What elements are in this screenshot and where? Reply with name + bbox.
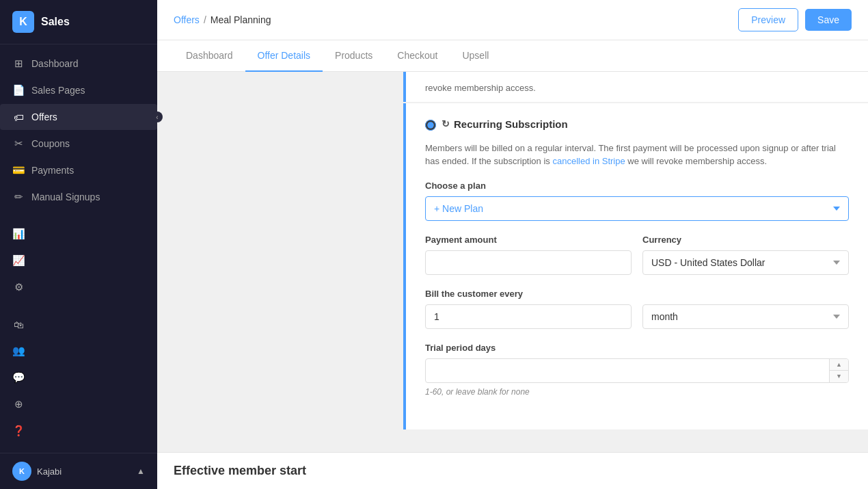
- sidebar-item-label-offers: Offers: [31, 111, 57, 122]
- payment-amount-label: Payment amount: [425, 235, 632, 245]
- sidebar-item-label-payments: Payments: [31, 165, 74, 176]
- trial-period-field: Trial period days ▲ ▼ 1-60, or leave bla…: [425, 343, 849, 397]
- sidebar-user-name: Kajabi: [37, 466, 62, 477]
- sidebar-user[interactable]: K Kajabi: [12, 462, 62, 481]
- sidebar-logo: K Sales: [0, 0, 157, 44]
- currency-field: Currency USD - United States Dollar: [642, 235, 849, 275]
- bill-period-select[interactable]: month day week year: [642, 304, 849, 329]
- recurring-subscription-card: ↻ Recurring Subscription Members will be…: [403, 103, 868, 429]
- sidebar-item-chat[interactable]: 💬: [0, 365, 157, 391]
- sidebar-item-offers[interactable]: 🏷 Offers ‹: [0, 104, 157, 130]
- settings-icon: ⚙: [12, 281, 25, 293]
- trial-input-wrapper: ▲ ▼: [425, 358, 849, 383]
- trial-increment-button[interactable]: ▲: [830, 359, 848, 371]
- recurring-radio[interactable]: [425, 120, 436, 131]
- tab-bar: Dashboard Offer Details Products Checkou…: [157, 40, 868, 72]
- offers-icon: 🏷: [12, 111, 25, 123]
- help-icon: ❓: [12, 425, 25, 437]
- app-logo-icon: K: [12, 11, 34, 33]
- cancelled-in-stripe-link[interactable]: cancelled in Stripe: [552, 156, 625, 166]
- main-content: Offers / Meal Planning Preview Save Dash…: [157, 0, 868, 489]
- bill-customer-field: Bill the customer every month day week y…: [425, 289, 849, 329]
- sidebar-item-payments[interactable]: 💳 Payments: [0, 157, 157, 183]
- effective-member-title: Effective member start: [174, 464, 306, 477]
- manual-signups-icon: ✏: [12, 191, 25, 203]
- choose-plan-field: Choose a plan + New Plan: [425, 181, 849, 221]
- sidebar-item-sales-pages[interactable]: 📄 Sales Pages: [0, 77, 157, 103]
- sidebar-item-coupons[interactable]: ✂ Coupons: [0, 131, 157, 157]
- sidebar-item-store[interactable]: 🛍: [0, 311, 157, 337]
- app-name: Sales: [41, 16, 70, 28]
- content-right-panel: revoke membership access. ↻ Recurring Su…: [403, 72, 868, 452]
- tab-dashboard[interactable]: Dashboard: [174, 40, 245, 72]
- sidebar-item-help[interactable]: ❓: [0, 418, 157, 444]
- sidebar-item-label-coupons: Coupons: [31, 138, 70, 149]
- preview-button[interactable]: Preview: [738, 8, 798, 31]
- tab-upsell[interactable]: Upsell: [450, 40, 501, 72]
- breadcrumb-parent-link[interactable]: Offers: [174, 14, 200, 25]
- sidebar-item-label-sales-pages: Sales Pages: [31, 85, 85, 96]
- currency-select[interactable]: USD - United States Dollar: [642, 250, 849, 275]
- sidebar-item-community[interactable]: 👥: [0, 338, 157, 364]
- recurring-description: Members will be billed on a regular inte…: [425, 139, 849, 168]
- dashboard-icon: ⊞: [12, 57, 25, 70]
- content-left-panel: [157, 72, 403, 452]
- sidebar-item-settings[interactable]: ⚙: [0, 274, 157, 300]
- recurring-label: ↻ Recurring Subscription: [442, 118, 568, 130]
- trial-spinners: ▲ ▼: [829, 359, 848, 382]
- growth-icon: 📈: [12, 254, 25, 267]
- effective-member-bar: Effective member start: [157, 452, 868, 489]
- collapse-button[interactable]: ‹: [152, 111, 163, 122]
- save-button[interactable]: Save: [805, 9, 852, 31]
- sidebar-item-apps[interactable]: ⊕: [0, 391, 157, 417]
- sidebar: K Sales ⊞ Dashboard 📄 Sales Pages 🏷 Offe…: [0, 0, 157, 489]
- recurring-radio-section: ↻ Recurring Subscription: [425, 118, 849, 131]
- sidebar-item-analytics[interactable]: 📊: [0, 221, 157, 247]
- choose-plan-label: Choose a plan: [425, 181, 849, 191]
- sales-pages-icon: 📄: [12, 84, 25, 96]
- sidebar-item-label-dashboard: Dashboard: [31, 58, 79, 69]
- top-bar-actions: Preview Save: [738, 8, 852, 31]
- choose-plan-select[interactable]: + New Plan: [425, 196, 849, 221]
- analytics-icon: 📊: [12, 228, 25, 240]
- store-icon: 🛍: [12, 318, 25, 330]
- community-icon: 👥: [12, 345, 25, 357]
- sidebar-bottom: K Kajabi ▲: [0, 453, 157, 489]
- apps-icon: ⊕: [12, 398, 25, 410]
- sidebar-item-growth[interactable]: 📈: [0, 248, 157, 274]
- payment-currency-row: Payment amount Currency USD - United Sta…: [425, 235, 849, 289]
- currency-label: Currency: [642, 235, 849, 245]
- tab-checkout[interactable]: Checkout: [385, 40, 450, 72]
- payment-amount-input[interactable]: [425, 250, 632, 275]
- breadcrumb-current: Meal Planning: [211, 14, 271, 25]
- recurring-icon: ↻: [442, 118, 450, 129]
- trial-period-label: Trial period days: [425, 343, 849, 353]
- trial-period-input[interactable]: [425, 358, 849, 383]
- avatar: K: [12, 462, 31, 481]
- sidebar-item-label-manual-signups: Manual Signups: [31, 191, 100, 202]
- top-bar: Offers / Meal Planning Preview Save: [157, 0, 868, 40]
- sidebar-chevron-icon: ▲: [137, 466, 145, 476]
- breadcrumb: Offers / Meal Planning: [174, 14, 271, 25]
- bill-customer-inputs: month day week year: [425, 304, 849, 329]
- top-note-card: revoke membership access.: [403, 72, 868, 102]
- trial-period-hint: 1-60, or leave blank for none: [425, 387, 849, 397]
- chat-icon: 💬: [12, 371, 25, 384]
- sidebar-item-manual-signups[interactable]: ✏ Manual Signups: [0, 184, 157, 210]
- bill-customer-label: Bill the customer every: [425, 289, 849, 299]
- tab-offer-details[interactable]: Offer Details: [245, 40, 323, 72]
- sidebar-nav: ⊞ Dashboard 📄 Sales Pages 🏷 Offers ‹ ✂ C…: [0, 44, 157, 453]
- coupons-icon: ✂: [12, 137, 25, 150]
- bill-interval-input[interactable]: [425, 304, 632, 329]
- trial-decrement-button[interactable]: ▼: [830, 371, 848, 382]
- breadcrumb-separator: /: [204, 14, 206, 25]
- payments-icon: 💳: [12, 164, 25, 176]
- tab-products[interactable]: Products: [323, 40, 385, 72]
- recurring-title: Recurring Subscription: [454, 118, 568, 130]
- content-area: revoke membership access. ↻ Recurring Su…: [157, 72, 868, 452]
- sidebar-item-dashboard[interactable]: ⊞ Dashboard: [0, 51, 157, 77]
- top-note-text: revoke membership access.: [425, 79, 849, 95]
- payment-amount-field: Payment amount: [425, 235, 632, 275]
